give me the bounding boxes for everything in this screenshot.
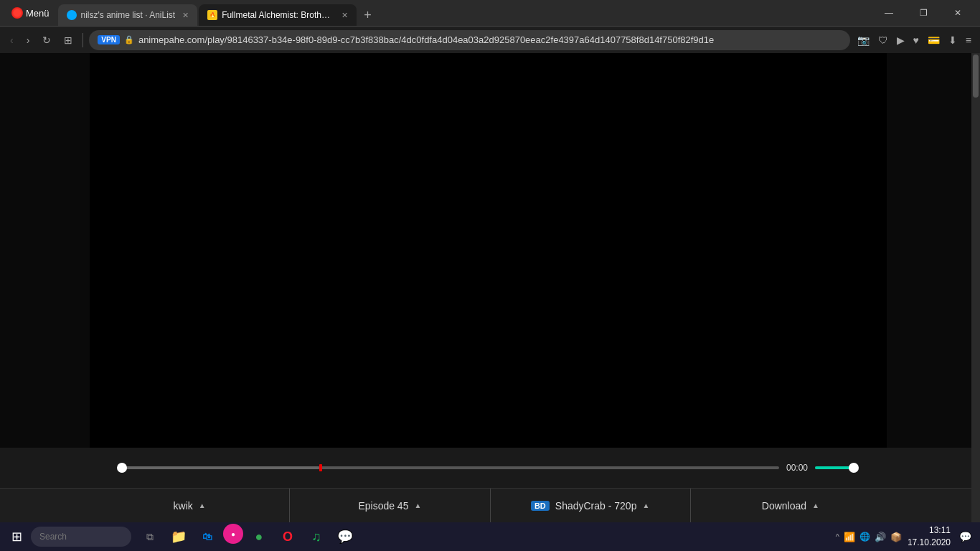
volume-wrap [815,466,858,469]
separator [83,33,83,47]
window-controls: — ❐ ✕ [872,0,974,26]
heart-icon[interactable]: ♥ [910,32,922,49]
taskbar-right: ^ 📶 🌐 🔊 📦 13:11 17.10.2020 💬 [836,524,974,549]
episode-label: Episode 45 [358,500,408,512]
progress-marker [319,464,322,471]
time-display: 00:00 [786,463,808,473]
server-label: kwik [174,500,193,512]
progress-bar-wrap: 00:00 [122,463,858,473]
opera-icon [11,7,23,19]
page-content: 00:00 kwik ▲ Episode 45 ▲ BD ShadyCrab -… [0,53,980,522]
file-explorer-icon[interactable]: 📁 [166,524,192,550]
download-toolbar-icon[interactable]: ⬇ [946,32,960,49]
title-bar: Menü nilsz's anime list · AniList ✕ 🔥 Fu… [0,0,980,26]
store-icon[interactable]: 🛍 [194,524,220,550]
episode-selector[interactable]: Episode 45 ▲ [290,489,490,522]
quality-arrow: ▲ [642,501,649,509]
wifi-icon: 📶 [844,532,855,542]
taskbar-search-input[interactable] [31,527,131,547]
address-bar: ‹ › ↻ ⊞ VPN 🔒 animepahe.com/play/9814633… [0,26,980,53]
refresh-button[interactable]: ↻ [38,32,55,49]
chrome-icon[interactable]: ● [246,524,272,550]
episode-arrow: ▲ [414,501,421,509]
quality-label: ShadyCrab - 720p [555,500,637,512]
camera-icon[interactable]: 📷 [854,32,872,49]
fma-favicon: 🔥 [207,10,217,20]
video-controls: 00:00 [0,448,980,488]
tab-fma-close[interactable]: ✕ [341,11,348,20]
download-selector[interactable]: Download ▲ [691,489,890,522]
anilist-favicon [67,10,77,20]
system-tray: ^ 📶 🌐 🔊 📦 [836,532,902,542]
new-tab-button[interactable]: + [358,4,377,26]
volume-icon[interactable]: 🔊 [875,532,886,542]
spotify-icon[interactable]: ♫ [303,524,329,550]
scrollbar[interactable] [971,53,980,522]
taskbar-start: ⊞ [6,526,131,547]
back-button[interactable]: ‹ [6,32,18,49]
lock-icon: 🔒 [124,35,134,44]
osu-icon[interactable]: ● [223,524,243,544]
task-view-icon[interactable]: ⧉ [137,524,163,550]
toolbar-icons: 📷 🛡 ▶ ♥ 💳 ⬇ ≡ [854,32,974,49]
progress-thumb [117,463,127,473]
maximize-button[interactable]: ❐ [907,0,940,26]
bottom-bar: kwik ▲ Episode 45 ▲ BD ShadyCrab - 720p … [0,488,980,522]
bd-badge: BD [531,501,550,511]
server-selector[interactable]: kwik ▲ [90,489,290,522]
progress-buffered [122,466,319,469]
vpn-badge: VPN [98,35,120,44]
scrollbar-thumb[interactable] [973,55,979,98]
forward-button[interactable]: › [22,32,34,49]
tab-fma-label: Fullmetal Alchemist: Brothe… [222,10,334,20]
discord-icon[interactable]: 💬 [332,524,358,550]
clock-time: 13:11 [908,524,951,537]
tab-anilist[interactable]: nilsz's anime list · AniList ✕ [58,4,198,26]
play-icon[interactable]: ▶ [894,32,908,49]
opera-icon[interactable]: O [275,524,301,550]
tabs-container: nilsz's anime list · AniList ✕ 🔥 Fullmet… [58,0,870,26]
clock-date: 17.10.2020 [908,537,951,549]
dropbox-icon[interactable]: 📦 [890,532,902,542]
quality-selector[interactable]: BD ShadyCrab - 720p ▲ [491,489,691,522]
start-button[interactable]: ⊞ [6,526,28,547]
url-display: animepahe.com/play/98146337-b34e-98f0-89… [138,34,842,45]
volume-thumb [849,463,859,473]
tab-fma[interactable]: 🔥 Fullmetal Alchemist: Brothe… ✕ [199,4,357,26]
notification-button[interactable]: 💬 [956,528,974,545]
sidebar-right [887,53,980,448]
taskbar: ⊞ ⧉ 📁 🛍 ● ● O ♫ 💬 ^ 📶 🌐 🔊 📦 13:11 17.10.… [0,522,980,551]
download-label: Download [762,500,806,512]
minimize-button[interactable]: — [872,0,905,26]
clock: 13:11 17.10.2020 [908,524,951,549]
tab-grid-button[interactable]: ⊞ [60,32,77,49]
shield-icon[interactable]: 🛡 [875,32,891,49]
network-icon: 🌐 [859,532,870,542]
video-player[interactable] [90,53,887,448]
settings-icon[interactable]: ≡ [963,32,974,49]
volume-fill [815,466,854,469]
download-arrow: ▲ [812,501,819,509]
sidebar-left [0,53,90,448]
address-input-wrap[interactable]: VPN 🔒 animepahe.com/play/98146337-b34e-9… [89,30,849,50]
volume-bar[interactable] [815,466,858,469]
taskbar-apps: ⧉ 📁 🛍 ● ● O ♫ 💬 [137,524,358,550]
video-area [0,53,980,448]
progress-bar[interactable] [122,466,779,469]
menu-label: Menü [26,8,50,19]
wallet-icon[interactable]: 💳 [925,32,943,49]
close-button[interactable]: ✕ [941,0,974,26]
tab-anilist-close[interactable]: ✕ [182,11,189,20]
tab-anilist-label: nilsz's anime list · AniList [81,10,176,20]
server-arrow: ▲ [199,501,206,509]
opera-menu-button[interactable]: Menü [6,4,55,22]
tray-chevron[interactable]: ^ [836,532,839,541]
